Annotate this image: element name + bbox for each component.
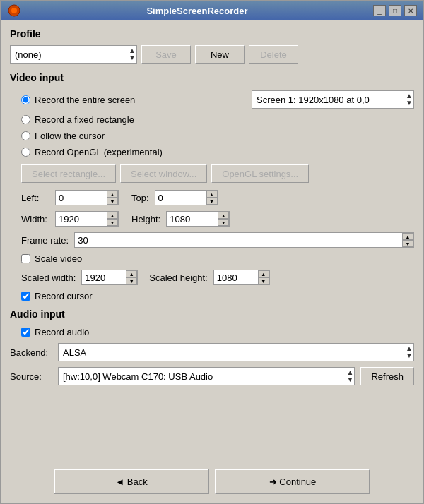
back-button[interactable]: ◄ Back bbox=[54, 469, 209, 494]
record-screen-label[interactable]: Record the entire screen bbox=[21, 95, 135, 105]
scaled-height-spinner-btns: ▲ ▼ bbox=[258, 270, 269, 284]
screen-select-wrapper: Screen 1: 1920x1080 at 0,0 ▲▼ bbox=[252, 90, 414, 109]
frame-rate-row: Frame rate: ▲ ▼ bbox=[21, 232, 414, 248]
select-rect-button[interactable]: Select rectangle... bbox=[21, 164, 116, 183]
minimize-button[interactable]: _ bbox=[373, 5, 386, 16]
scaled-height-up-btn[interactable]: ▲ bbox=[258, 270, 269, 277]
close-button[interactable]: ✕ bbox=[404, 5, 417, 16]
follow-cursor-radio[interactable] bbox=[21, 131, 30, 140]
main-window: SimpleScreenRecorder _ □ ✕ Profile (none… bbox=[0, 0, 424, 504]
left-spinner: ▲ ▼ bbox=[55, 190, 119, 205]
left-down-btn[interactable]: ▼ bbox=[107, 198, 118, 205]
width-height-row: Width: ▲ ▼ Height: ▲ ▼ bbox=[21, 211, 414, 227]
backend-select-wrapper: ALSA ▲▼ bbox=[58, 343, 414, 361]
screen-select[interactable]: Screen 1: 1920x1080 at 0,0 bbox=[252, 90, 414, 109]
app-icon bbox=[7, 4, 21, 18]
follow-cursor-label[interactable]: Follow the cursor bbox=[21, 131, 414, 141]
scaled-height-down-btn[interactable]: ▼ bbox=[258, 277, 269, 284]
frame-rate-wrapper: ▲ ▼ bbox=[74, 232, 414, 248]
new-button[interactable]: New bbox=[195, 45, 245, 64]
record-cursor-label: Record cursor bbox=[35, 291, 93, 301]
record-audio-checkbox[interactable] bbox=[21, 328, 30, 337]
profile-section-title: Profile bbox=[10, 28, 414, 40]
record-rect-label[interactable]: Record a fixed rectangle bbox=[21, 114, 414, 125]
record-opengl-label[interactable]: Record OpenGL (experimental) bbox=[21, 147, 414, 157]
source-select-wrapper: [hw:10,0] Webcam C170: USB Audio ▲▼ bbox=[58, 367, 355, 385]
record-rect-radio[interactable] bbox=[21, 115, 30, 124]
top-up-btn[interactable]: ▲ bbox=[206, 191, 218, 198]
width-up-btn[interactable]: ▲ bbox=[107, 212, 118, 219]
scaled-height-spinner: ▲ ▼ bbox=[213, 270, 270, 285]
record-audio-row[interactable]: Record audio bbox=[21, 327, 414, 337]
continue-button[interactable]: ➜ Continue bbox=[215, 469, 370, 494]
scale-video-checkbox[interactable] bbox=[21, 254, 30, 263]
record-cursor-checkbox[interactable] bbox=[21, 292, 30, 301]
left-top-row: Left: ▲ ▼ Top: ▲ ▼ bbox=[21, 190, 414, 205]
width-spinner: ▲ ▼ bbox=[55, 211, 119, 227]
window-controls: _ □ ✕ bbox=[373, 5, 417, 16]
record-opengl-radio[interactable] bbox=[21, 148, 30, 157]
svg-point-1 bbox=[11, 8, 17, 13]
left-spinner-btns: ▲ ▼ bbox=[107, 191, 118, 205]
scaled-width-spinner-btns: ▲ ▼ bbox=[126, 270, 137, 284]
audio-input-section-title: Audio input bbox=[10, 308, 414, 320]
left-up-btn[interactable]: ▲ bbox=[107, 191, 118, 198]
profile-row: (none) ▲▼ Save New Delete bbox=[10, 45, 414, 64]
save-button[interactable]: Save bbox=[141, 45, 191, 64]
top-spinner-btns: ▲ ▼ bbox=[206, 191, 218, 205]
left-label: Left: bbox=[21, 193, 49, 203]
width-spinner-btns: ▲ ▼ bbox=[107, 212, 118, 226]
scale-video-label: Scale video bbox=[35, 253, 82, 264]
video-input-section-title: Video input bbox=[10, 72, 414, 83]
backend-select[interactable]: ALSA bbox=[58, 343, 414, 361]
record-audio-label: Record audio bbox=[35, 327, 89, 337]
frame-rate-input[interactable] bbox=[74, 232, 414, 248]
scaled-width-up-btn[interactable]: ▲ bbox=[126, 270, 137, 277]
height-up-btn[interactable]: ▲ bbox=[218, 212, 229, 219]
maximize-button[interactable]: □ bbox=[389, 5, 401, 16]
frame-rate-up-btn[interactable]: ▲ bbox=[402, 233, 413, 240]
source-label: Source: bbox=[10, 371, 52, 382]
height-label: Height: bbox=[131, 214, 160, 224]
delete-button[interactable]: Delete bbox=[249, 45, 298, 64]
opengl-settings-button[interactable]: OpenGL settings... bbox=[211, 164, 309, 183]
record-cursor-row[interactable]: Record cursor bbox=[21, 291, 414, 301]
source-row: Source: [hw:10,0] Webcam C170: USB Audio… bbox=[10, 367, 414, 385]
scale-video-row[interactable]: Scale video bbox=[21, 253, 414, 264]
height-down-btn[interactable]: ▼ bbox=[218, 219, 229, 226]
record-screen-radio[interactable] bbox=[21, 95, 30, 104]
select-window-button[interactable]: Select window... bbox=[120, 164, 207, 183]
width-down-btn[interactable]: ▼ bbox=[107, 219, 118, 226]
backend-label: Backend: bbox=[10, 347, 52, 358]
record-screen-row: Record the entire screen Screen 1: 1920x… bbox=[21, 90, 414, 109]
frame-rate-label: Frame rate: bbox=[21, 235, 69, 246]
scaled-dimensions-row: Scaled width: ▲ ▼ Scaled height: ▲ ▼ bbox=[21, 270, 414, 285]
footer-buttons: ◄ Back ➜ Continue bbox=[10, 463, 414, 497]
frame-rate-spinner-btns: ▲ ▼ bbox=[402, 233, 413, 247]
scaled-width-label: Scaled width: bbox=[21, 272, 76, 283]
title-bar: SimpleScreenRecorder _ □ ✕ bbox=[1, 1, 423, 20]
width-label: Width: bbox=[21, 214, 49, 224]
profile-select-wrapper: (none) ▲▼ bbox=[10, 45, 137, 64]
scaled-width-down-btn[interactable]: ▼ bbox=[126, 277, 137, 284]
source-select[interactable]: [hw:10,0] Webcam C170: USB Audio bbox=[58, 367, 355, 385]
height-spinner: ▲ ▼ bbox=[166, 211, 230, 227]
profile-select[interactable]: (none) bbox=[10, 45, 137, 64]
backend-row: Backend: ALSA ▲▼ bbox=[10, 343, 414, 361]
frame-rate-down-btn[interactable]: ▼ bbox=[402, 240, 413, 247]
top-label: Top: bbox=[131, 193, 149, 203]
scaled-width-spinner: ▲ ▼ bbox=[81, 270, 138, 285]
scaled-height-label: Scaled height: bbox=[149, 272, 207, 283]
height-spinner-btns: ▲ ▼ bbox=[218, 212, 229, 226]
top-down-btn[interactable]: ▼ bbox=[206, 198, 218, 205]
top-spinner: ▲ ▼ bbox=[155, 190, 218, 205]
main-content: Profile (none) ▲▼ Save New Delete Video … bbox=[1, 20, 423, 503]
window-title: SimpleScreenRecorder bbox=[21, 6, 373, 16]
refresh-button[interactable]: Refresh bbox=[360, 367, 414, 385]
select-buttons-row: Select rectangle... Select window... Ope… bbox=[21, 164, 414, 183]
